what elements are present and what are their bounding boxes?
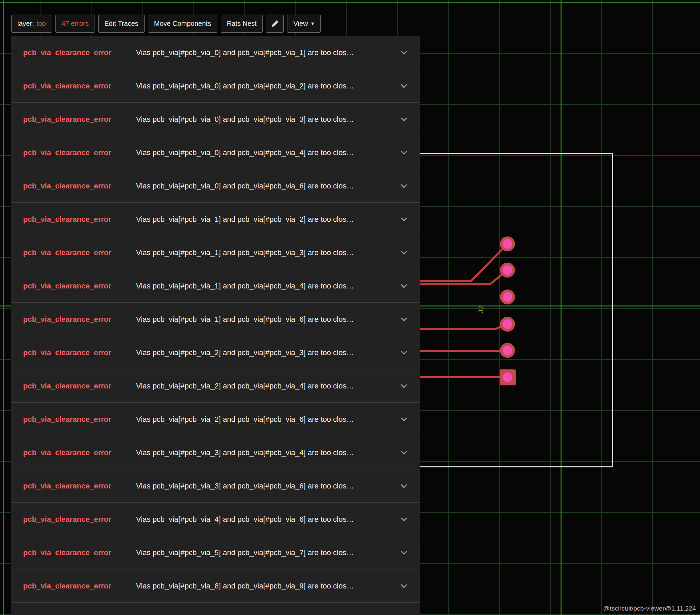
error-type-label: pcb_via_clearance_error [23, 348, 136, 357]
error-type-label: pcb_via_clearance_error [23, 181, 136, 190]
chevron-down-icon[interactable] [401, 548, 407, 554]
via-hole [503, 346, 512, 355]
error-row[interactable]: pcb_via_clearance_error Vias pcb_via[#pc… [11, 70, 420, 103]
chevron-down-icon[interactable] [401, 448, 407, 454]
error-row[interactable]: pcb_via_clearance_error Vias pcb_via[#pc… [11, 536, 420, 569]
error-type-label: pcb_via_clearance_error [23, 148, 136, 157]
via-hole [503, 292, 512, 302]
error-message: Vias pcb_via[#pcb_via_3] and pcb_via[#pc… [136, 448, 397, 457]
error-row[interactable]: pcb_via_clearance_error Vias pcb_via[#pc… [11, 469, 420, 503]
silkscreen-reference-label: J2 [477, 306, 485, 313]
error-type-label: pcb_via_clearance_error [23, 582, 136, 590]
error-row[interactable]: pcb_via_clearance_error Vias pcb_via[#pc… [11, 403, 420, 436]
pcb-pad-square [500, 369, 516, 385]
layer-label: layer: [17, 20, 34, 27]
error-row[interactable]: pcb_via_clearance_error Vias pcb_via[#pc… [11, 436, 420, 469]
rats-nest-label: Rats Nest [227, 20, 257, 27]
error-type-label: pcb_via_clearance_error [23, 448, 136, 457]
pencil-icon [271, 20, 279, 28]
chevron-down-icon[interactable] [401, 515, 407, 521]
error-type-label: pcb_via_clearance_error [23, 482, 136, 490]
error-type-label: pcb_via_clearance_error [23, 548, 136, 557]
chevron-down-icon[interactable] [401, 282, 407, 288]
edit-traces-label: Edit Traces [104, 20, 138, 27]
rats-nest-button[interactable]: Rats Nest [221, 15, 263, 33]
error-type-label: pcb_via_clearance_error [23, 315, 136, 324]
error-message: Vias pcb_via[#pcb_via_0] and pcb_via[#pc… [136, 181, 397, 190]
error-type-label: pcb_via_clearance_error [23, 282, 136, 290]
chevron-down-icon[interactable] [401, 115, 407, 121]
error-message: Vias pcb_via[#pcb_via_1] and pcb_via[#pc… [136, 215, 397, 224]
chevron-down-icon[interactable] [401, 48, 407, 54]
error-message: Vias pcb_via[#pcb_via_2] and pcb_via[#pc… [136, 415, 397, 424]
chevron-down-icon[interactable] [401, 348, 407, 354]
via-hole [503, 265, 512, 275]
error-type-label: pcb_via_clearance_error [23, 515, 136, 524]
toolbar: layer: top 47 errors Edit Traces Move Co… [11, 15, 321, 33]
chevron-down-icon[interactable] [401, 248, 407, 254]
edit-pencil-button[interactable] [266, 15, 284, 33]
chevron-down-icon[interactable] [401, 81, 407, 88]
error-message: Vias pcb_via[#pcb_via_4] and pcb_via[#pc… [136, 515, 397, 524]
error-type-label: pcb_via_clearance_error [23, 48, 136, 57]
error-message: Vias pcb_via[#pcb_via_2] and pcb_via[#pc… [136, 382, 397, 390]
error-message: Vias pcb_via[#pcb_via_8] and pcb_via[#pc… [136, 582, 397, 590]
error-type-label: pcb_via_clearance_error [23, 81, 136, 90]
via-hole [503, 319, 512, 329]
errors-button[interactable]: 47 errors [55, 15, 95, 33]
error-message: Vias pcb_via[#pcb_via_0] and pcb_via[#pc… [136, 81, 397, 90]
chevron-down-icon[interactable] [401, 382, 407, 388]
error-message: Vias pcb_via[#pcb_via_0] and pcb_via[#pc… [136, 48, 397, 57]
error-list-panel: pcb_via_clearance_error Vias pcb_via[#pc… [11, 36, 420, 615]
layer-value: top [36, 20, 46, 27]
layer-button[interactable]: layer: top [11, 15, 52, 33]
errors-count: 47 errors [62, 20, 89, 27]
chevron-down-icon[interactable] [401, 148, 407, 154]
error-message: Vias pcb_via[#pcb_via_0] and pcb_via[#pc… [136, 148, 397, 157]
chevron-down-icon[interactable] [401, 315, 407, 321]
move-components-label: Move Components [154, 20, 211, 27]
error-type-label: pcb_via_clearance_error [23, 115, 136, 124]
error-message: Vias pcb_via[#pcb_via_5] and pcb_via[#pc… [136, 548, 397, 557]
error-row[interactable]: pcb_via_clearance_error Vias pcb_via[#pc… [11, 103, 420, 136]
error-row[interactable]: pcb_via_clearance_error Vias pcb_via[#pc… [11, 303, 420, 336]
error-row[interactable]: pcb_via_clearance_error Vias pcb_via[#pc… [11, 569, 420, 603]
error-message: Vias pcb_via[#pcb_via_1] and pcb_via[#pc… [136, 248, 397, 257]
error-row[interactable]: pcb_via_clearance_error Vias pcb_via[#pc… [11, 203, 420, 236]
error-row[interactable]: pcb_via_clearance_error Vias pcb_via[#pc… [11, 170, 420, 203]
error-row[interactable]: pcb_via_clearance_error Vias pcb_via[#pc… [11, 336, 420, 369]
error-type-label: pcb_via_clearance_error [23, 382, 136, 390]
error-message: Vias pcb_via[#pcb_via_3] and pcb_via[#pc… [136, 482, 397, 490]
error-type-label: pcb_via_clearance_error [23, 215, 136, 224]
edit-traces-button[interactable]: Edit Traces [98, 15, 145, 33]
pcb-trace [405, 270, 508, 284]
pcb-trace [405, 324, 507, 329]
view-label: View [293, 20, 308, 27]
chevron-down-icon[interactable] [401, 181, 407, 188]
error-message: Vias pcb_via[#pcb_via_0] and pcb_via[#pc… [136, 115, 397, 124]
error-type-label: pcb_via_clearance_error [23, 415, 136, 424]
error-row[interactable]: pcb_via_clearance_error Vias pcb_via[#pc… [11, 136, 420, 170]
error-type-label: pcb_via_clearance_error [23, 248, 136, 257]
pcb-traces [405, 244, 508, 377]
pad-hole [503, 373, 512, 382]
error-message: Vias pcb_via[#pcb_via_1] and pcb_via[#pc… [136, 282, 397, 290]
error-row[interactable]: pcb_via_clearance_error Vias pcb_via[#pc… [11, 36, 420, 70]
via-hole [503, 239, 512, 249]
error-row[interactable]: pcb_via_clearance_error Vias pcb_via[#pc… [11, 269, 420, 303]
error-row[interactable]: pcb_via_clearance_error Vias pcb_via[#pc… [11, 369, 420, 403]
chevron-down-icon[interactable] [401, 582, 407, 588]
chevron-down-icon[interactable] [401, 482, 407, 488]
error-message: Vias pcb_via[#pcb_via_1] and pcb_via[#pc… [136, 315, 397, 324]
chevron-down-icon[interactable] [401, 415, 407, 421]
chevron-down-icon: ▼ [310, 21, 315, 26]
view-dropdown-button[interactable]: View ▼ [287, 15, 321, 33]
pcb-vias [500, 236, 515, 358]
error-row[interactable]: pcb_via_clearance_error Vias pcb_via[#pc… [11, 503, 420, 536]
move-components-button[interactable]: Move Components [148, 15, 217, 33]
pcb-trace [405, 244, 508, 281]
error-message: Vias pcb_via[#pcb_via_2] and pcb_via[#pc… [136, 348, 397, 357]
viewer-version-watermark: @tscircuit/pcb-viewer@1.11.224 [603, 605, 696, 612]
error-row[interactable]: pcb_via_clearance_error Vias pcb_via[#pc… [11, 236, 420, 269]
chevron-down-icon[interactable] [401, 215, 407, 221]
